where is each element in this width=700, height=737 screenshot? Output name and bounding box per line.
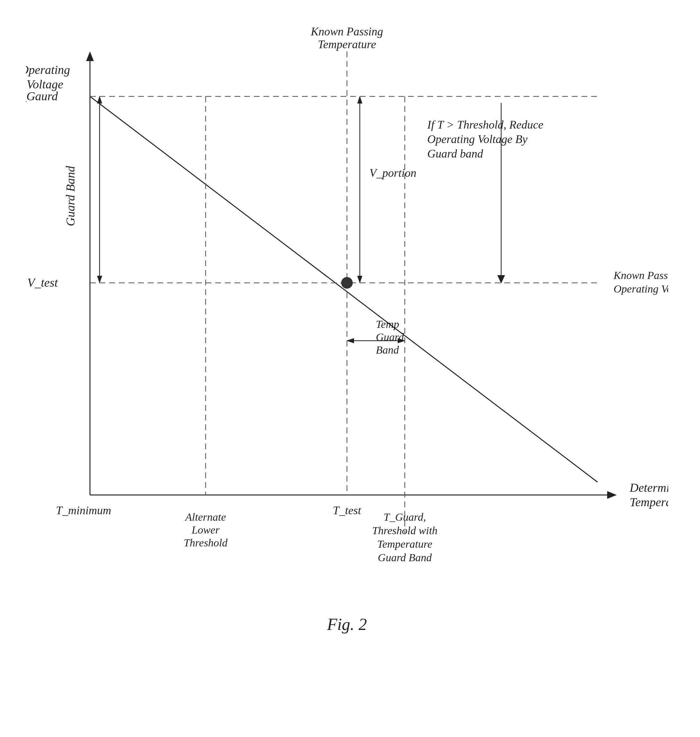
t-guard-label-3: Temperature (377, 538, 432, 550)
t-minimum-label: T_minimum (56, 504, 111, 517)
svg-marker-16 (357, 276, 362, 283)
svg-point-10 (341, 277, 353, 289)
y-axis-label-2: Voltage (26, 77, 63, 91)
threshold-annotation-3: Guard band (427, 147, 484, 160)
known-passing-voltage-label-2: Operating Voltage (613, 283, 668, 295)
svg-line-4 (90, 96, 597, 482)
alt-lower-threshold-label-3: Threshold (184, 537, 228, 549)
t-test-label: T_test (333, 504, 362, 517)
threshold-annotation-2: Operating Voltage By (427, 133, 528, 146)
t-guard-label-1: T_Guard, (384, 511, 426, 523)
temp-guard-band-label: Temp (376, 318, 399, 330)
x-axis-label: Determined (629, 481, 668, 494)
known-passing-temp-label: Known Passing (310, 25, 383, 38)
diagram-container: Operating Voltage Determined Temperature… (26, 19, 668, 694)
t-guard-label-4: Guard Band (378, 551, 432, 563)
svg-marker-18 (346, 338, 354, 343)
svg-marker-21 (497, 275, 505, 283)
threshold-annotation-1: If T > Threshold, Reduce (427, 118, 543, 131)
v-test-label: V_test (27, 276, 58, 289)
svg-marker-1 (86, 52, 94, 61)
svg-marker-3 (607, 491, 617, 499)
y-axis-label: Operating (26, 63, 70, 77)
diagram-svg: Operating Voltage Determined Temperature… (26, 19, 668, 694)
known-passing-temp-label-2: Temperature (318, 38, 376, 51)
temp-guard-band-label-2: Guard (376, 331, 404, 343)
svg-marker-13 (97, 276, 102, 283)
t-guard-label-2: Threshold with (372, 525, 438, 537)
svg-marker-15 (357, 96, 362, 103)
svg-marker-12 (97, 96, 102, 103)
v-portion-label: V_portion (369, 167, 416, 179)
alt-lower-threshold-label-1: Alternate (185, 511, 226, 523)
known-passing-voltage-label: Known Passing (613, 269, 668, 281)
x-axis-label-2: Temperature (629, 495, 668, 509)
fig-caption: Fig. 2 (327, 615, 367, 634)
temp-guard-band-label-3: Band (376, 344, 399, 356)
guard-band-label: Guard Band (63, 165, 77, 226)
vdd-guard-label: Vdd_Gaurd (26, 89, 58, 103)
alt-lower-threshold-label-2: Lower (191, 524, 220, 536)
